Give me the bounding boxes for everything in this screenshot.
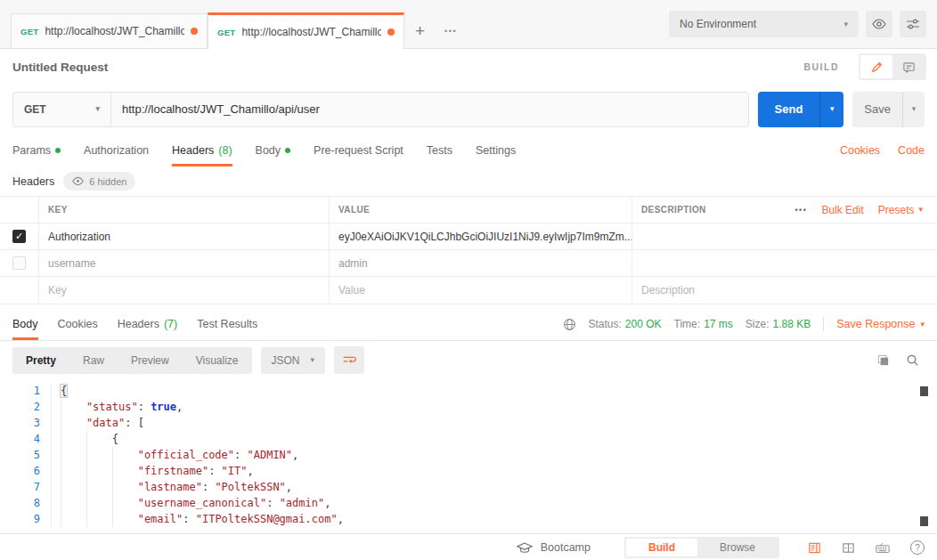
value-cell[interactable]: eyJ0eXAiOiJKV1QiLCJhbGciOiJIUzI1NiJ9.eyI… [330, 223, 632, 249]
description-placeholder[interactable]: Description [632, 277, 937, 304]
shortcuts-button[interactable] [876, 542, 890, 554]
bootcamp-button[interactable]: Bootcamp [517, 541, 591, 554]
code-token: , [292, 449, 298, 461]
table-row: ✓ Authorization eyJ0eXAiOiJKV1QiLCJhbGci… [0, 223, 937, 250]
search-response-button[interactable] [906, 353, 919, 367]
unsaved-dot-icon [387, 28, 395, 36]
chevron-down-icon: ▾ [843, 20, 848, 28]
hidden-headers-toggle[interactable]: 6 hidden [63, 172, 135, 191]
response-tab-body[interactable]: Body [12, 308, 38, 340]
indent-guide [86, 511, 112, 527]
tab-tests[interactable]: Tests [427, 134, 452, 166]
chevron-down-icon: ▾ [830, 105, 835, 113]
help-button[interactable]: ? [910, 540, 925, 555]
size-label: Size: [746, 318, 770, 330]
code-token: "ITPoltekSSN@gmai.com" [196, 513, 338, 525]
row-checkbox[interactable]: ✓ [12, 256, 26, 270]
code-line: 8"username_canonical": "admin", [0, 495, 937, 511]
format-selector[interactable]: JSON ▾ [261, 347, 326, 374]
save-button[interactable]: Save [852, 92, 902, 127]
chevron-down-icon: ▾ [912, 105, 917, 113]
line-number: 8 [0, 495, 52, 511]
code-token: : [234, 449, 247, 461]
headers-editor-header: Headers 6 hidden [0, 166, 937, 196]
code-line: 3"data": [ [0, 415, 937, 431]
code-text: "official_code": "ADMIN", [52, 447, 298, 463]
value-placeholder[interactable]: Value [330, 277, 632, 304]
send-options-button[interactable]: ▾ [819, 92, 843, 127]
tab-pre-request-script[interactable]: Pre-request Script [314, 134, 403, 166]
code-text: "status": true, [52, 399, 183, 415]
code-text: "data": [ [52, 415, 144, 431]
view-visualize[interactable]: Visualize [183, 347, 252, 374]
key-cell[interactable]: Authorization [39, 223, 330, 249]
more-actions-button[interactable]: ••• [794, 206, 807, 215]
url-input[interactable]: http://localhost/JWT_Chamillo/api/user [111, 93, 748, 126]
statusbar-icons: ? [808, 540, 925, 555]
code-token: "username_canonical" [138, 497, 267, 509]
table-header-row: KEY VALUE DESCRIPTION ••• Bulk Edit Pres… [0, 197, 937, 223]
view-raw[interactable]: Raw [69, 347, 118, 374]
description-cell[interactable] [632, 223, 937, 249]
environment-settings-button[interactable] [900, 11, 926, 37]
response-tab-cookies[interactable]: Cookies [58, 308, 98, 340]
response-tab-headers[interactable]: Headers (7) [118, 308, 178, 340]
chevron-down-icon: ▾ [95, 105, 100, 113]
request-tab-1[interactable]: GET http://localhost/JWT_Chamillo/A... [11, 13, 208, 48]
code-token: , [324, 497, 330, 509]
response-body-viewer[interactable]: 1{2"status": true,3"data": [4{5"official… [0, 379, 937, 533]
wrap-lines-button[interactable] [334, 346, 364, 374]
presets-button[interactable]: Presets ▾ [878, 204, 923, 216]
edit-mode-button[interactable] [860, 55, 892, 78]
headers-title: Headers [12, 175, 54, 188]
bulk-edit-button[interactable]: Bulk Edit [821, 204, 863, 216]
view-pretty[interactable]: Pretty [12, 347, 69, 374]
tab-settings[interactable]: Settings [476, 134, 516, 166]
send-button[interactable]: Send [758, 92, 820, 127]
cookies-link[interactable]: Cookies [840, 144, 880, 157]
row-checkbox[interactable]: ✓ [12, 230, 26, 243]
browse-toggle-button[interactable]: Browse [697, 539, 778, 556]
eye-icon [72, 175, 84, 187]
tab-body[interactable]: Body [256, 134, 291, 166]
request-tab-2-active[interactable]: GET http://localhost/JWT_Chamillo/a... [208, 12, 404, 49]
row-checkbox-cell: ✓ [0, 223, 39, 249]
build-mode-label: BUILD [803, 61, 839, 72]
code-text: "username_canonical": "admin", [52, 495, 330, 511]
key-cell[interactable]: username [39, 250, 330, 276]
environment-selector[interactable]: No Environment ▾ [669, 11, 859, 37]
tab-headers[interactable]: Headers (8) [172, 134, 232, 166]
code-token: , [176, 401, 183, 413]
copy-response-button[interactable] [876, 353, 890, 367]
build-toggle-button[interactable]: Build [626, 539, 697, 556]
scrollbar-thumb[interactable] [920, 516, 928, 526]
tab-params[interactable]: Params [12, 134, 61, 166]
line-number: 6 [0, 463, 52, 479]
code-token: : [138, 401, 151, 413]
description-cell[interactable] [632, 250, 937, 276]
status-metric: Status:200 OK [589, 318, 662, 330]
key-placeholder[interactable]: Key [39, 277, 330, 304]
scrollbar-thumb[interactable] [920, 386, 928, 396]
save-options-button[interactable]: ▾ [902, 92, 925, 127]
two-pane-view-button[interactable] [842, 541, 855, 555]
method-selector[interactable]: GET ▾ [13, 93, 111, 126]
chevron-down-icon: ▾ [918, 206, 923, 214]
comments-button[interactable] [892, 55, 925, 78]
new-tab-button[interactable]: + [404, 13, 436, 48]
status-bar: Bootcamp Build Browse ? [0, 533, 937, 560]
indent-guide [61, 479, 86, 495]
save-response-button[interactable]: Save Response ▾ [836, 318, 925, 330]
globe-icon [563, 318, 576, 331]
changelog-button[interactable] [808, 541, 821, 555]
tab-options-button[interactable]: ••• [436, 13, 466, 48]
value-cell[interactable]: admin [330, 250, 632, 276]
code-link[interactable]: Code [898, 144, 925, 157]
check-icon: ✓ [15, 231, 23, 241]
copy-icon [876, 353, 890, 367]
environment-quick-look-button[interactable] [866, 11, 892, 37]
view-preview[interactable]: Preview [118, 347, 183, 374]
tab-authorization[interactable]: Authorization [84, 134, 149, 166]
response-tab-test-results[interactable]: Test Results [197, 308, 257, 340]
time-value: 17 ms [704, 318, 733, 330]
